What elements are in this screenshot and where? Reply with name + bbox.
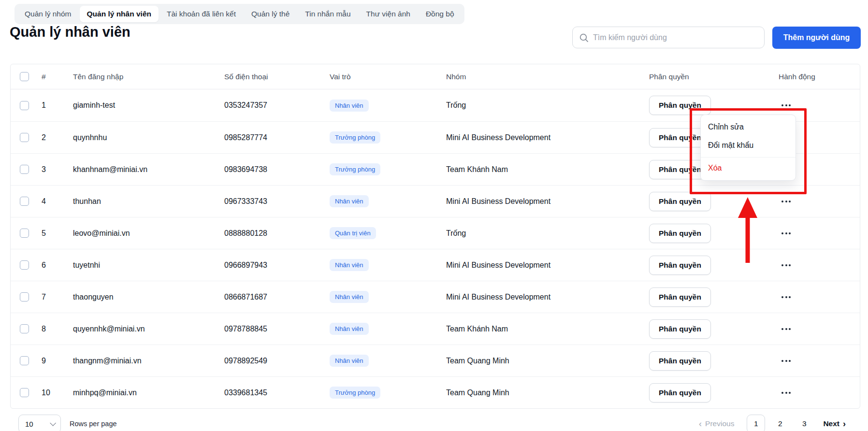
row-username: thaonguyen [63, 293, 214, 302]
row-checkbox[interactable] [20, 292, 29, 302]
role-badge: Trưởng phòng [330, 131, 380, 144]
table-row: 10 minhpq@miniai.vn 0339681345 Trưởng ph… [11, 376, 860, 408]
tab-tai-khoan-da-lien-ket[interactable]: Tài khoản đã liên kết [159, 6, 243, 22]
permission-button[interactable]: Phân quyền [649, 351, 711, 371]
row-checkbox[interactable] [20, 197, 29, 206]
more-actions-button[interactable] [779, 196, 794, 207]
permission-button[interactable]: Phân quyền [649, 224, 711, 243]
header-permission: Phân quyền [639, 72, 767, 81]
tab-quan-ly-nhom[interactable]: Quản lý nhóm [17, 6, 79, 22]
row-username: tuyetnhi [63, 261, 214, 270]
table-row: 8 quyennhk@miniai.vn 0978788845 Nhân viê… [11, 313, 860, 345]
menu-item-edit[interactable]: Chỉnh sửa [701, 118, 796, 136]
row-checkbox[interactable] [20, 165, 29, 174]
row-checkbox[interactable] [20, 324, 29, 333]
more-actions-button[interactable] [779, 323, 794, 335]
more-icon [781, 232, 783, 234]
row-index: 7 [35, 293, 63, 302]
row-checkbox[interactable] [20, 388, 29, 397]
previous-label: Previous [705, 419, 734, 428]
add-user-button[interactable]: Thêm người dùng [772, 27, 861, 49]
row-username: khanhnam@miniai.vn [63, 165, 214, 174]
role-badge: Nhân viên [330, 323, 369, 335]
more-icon [781, 264, 783, 266]
page-button-2[interactable]: 2 [771, 415, 789, 431]
role-badge: Nhân viên [330, 355, 369, 367]
tab-dong-bo[interactable]: Đồng bộ [419, 6, 462, 22]
search-input-wrapper[interactable] [572, 27, 765, 48]
row-group: Mini AI Business Development [436, 133, 639, 142]
role-badge: Nhân viên [330, 100, 369, 112]
row-checkbox[interactable] [20, 101, 29, 110]
header-role: Vai trò [319, 72, 436, 81]
row-checkbox[interactable] [20, 133, 29, 142]
more-actions-button[interactable] [779, 259, 794, 271]
row-phone: 0978892549 [214, 357, 319, 365]
header-username: Tên đăng nhập [63, 72, 214, 81]
chevron-down-icon [50, 420, 56, 426]
row-index: 9 [35, 357, 63, 365]
row-index: 6 [35, 261, 63, 270]
pagination-previous[interactable]: ‹ Previous [699, 419, 734, 428]
row-group: Mini AI Business Development [436, 293, 639, 302]
pagination-next[interactable]: Next › [823, 419, 846, 428]
row-phone: 0339681345 [214, 388, 319, 397]
rows-per-page-value: 10 [25, 420, 33, 428]
row-checkbox[interactable] [20, 229, 29, 238]
header-phone: Số điện thoại [214, 72, 319, 81]
tab-tin-nhan-mau[interactable]: Tin nhắn mẫu [298, 6, 358, 22]
permission-button[interactable]: Phân quyền [649, 192, 711, 211]
row-index: 8 [35, 325, 63, 333]
header-index: # [35, 72, 63, 81]
table-header-row: # Tên đăng nhập Số điện thoại Vai trò Nh… [11, 64, 860, 89]
page-button-1[interactable]: 1 [747, 415, 765, 431]
row-group: Team Khánh Nam [436, 165, 639, 174]
row-username: quynhnhu [63, 133, 214, 142]
menu-item-delete[interactable]: Xóa [701, 157, 796, 177]
header-checkbox-cell [11, 72, 35, 81]
pager: ‹ Previous 1 2 3 Next › [699, 415, 860, 431]
more-actions-button[interactable] [779, 355, 794, 367]
row-phone: 0985287774 [214, 133, 319, 142]
more-actions-button[interactable] [779, 291, 794, 303]
more-actions-button[interactable] [779, 100, 794, 111]
permission-button[interactable]: Phân quyền [649, 256, 711, 275]
page-button-3[interactable]: 3 [795, 415, 813, 431]
header-action: Hành động [767, 72, 861, 81]
row-checkbox[interactable] [20, 356, 29, 365]
more-icon [781, 328, 783, 330]
row-username: giaminh-test [63, 101, 214, 110]
page-title: Quản lý nhân viên [10, 24, 130, 40]
tab-quan-ly-the[interactable]: Quản lý thẻ [244, 6, 297, 22]
permission-button[interactable]: Phân quyền [649, 383, 711, 402]
row-username: leovo@miniai.vn [63, 229, 214, 238]
row-group: Team Quang Minh [436, 357, 639, 365]
table-row: 6 tuyetnhi 0966897943 Nhân viên Mini AI … [11, 249, 860, 281]
table-row: 4 thunhan 0967333743 Nhân viên Mini AI B… [11, 185, 860, 217]
row-checkbox[interactable] [20, 260, 29, 270]
menu-item-change-password[interactable]: Đổi mật khẩu [701, 136, 796, 155]
row-group: Mini AI Business Development [436, 261, 639, 270]
rows-per-page-label: Rows per page [70, 420, 117, 428]
search-icon [579, 33, 589, 43]
more-icon [781, 392, 783, 394]
next-label: Next [823, 419, 839, 428]
table-row: 7 thaonguyen 0866871687 Nhân viên Mini A… [11, 281, 860, 313]
search-input[interactable] [593, 33, 758, 42]
row-index: 4 [35, 197, 63, 206]
select-all-checkbox[interactable] [20, 72, 29, 81]
role-badge: Nhân viên [330, 291, 369, 303]
table-row: 9 thangnm@miniai.vn 0978892549 Nhân viên… [11, 345, 860, 376]
more-actions-button[interactable] [779, 387, 794, 399]
row-phone: 0353247357 [214, 101, 319, 110]
rows-per-page-select[interactable]: 10 [18, 415, 61, 431]
more-icon [781, 360, 783, 362]
permission-button[interactable]: Phân quyền [649, 96, 711, 115]
permission-button[interactable]: Phân quyền [649, 287, 711, 307]
role-badge: Nhân viên [330, 259, 369, 271]
more-actions-button[interactable] [779, 228, 794, 239]
tab-quan-ly-nhan-vien[interactable]: Quản lý nhân viên [80, 6, 159, 22]
permission-button[interactable]: Phân quyền [649, 319, 711, 339]
tab-thu-vien-anh[interactable]: Thư viện ảnh [359, 6, 418, 22]
row-index: 1 [35, 101, 63, 110]
